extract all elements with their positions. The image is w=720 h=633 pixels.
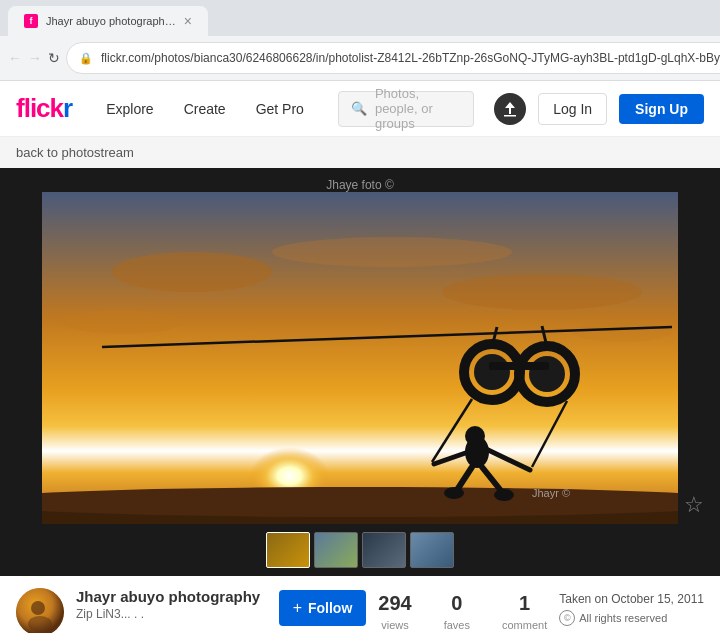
- search-placeholder: Photos, people, or groups: [375, 86, 461, 131]
- svg-rect-15: [489, 362, 549, 370]
- lock-icon: 🔒: [79, 52, 93, 65]
- copyright-icon: ©: [559, 610, 575, 626]
- filmstrip-thumb-2[interactable]: [314, 532, 358, 568]
- author-name[interactable]: Jhayr abuyo photography: [76, 588, 267, 605]
- taken-date: Taken on October 15, 2011: [559, 592, 704, 606]
- svg-point-4: [442, 274, 642, 310]
- upload-icon: [502, 101, 518, 117]
- filmstrip-thumb-1[interactable]: [266, 532, 310, 568]
- taken-info: Taken on October 15, 2011 © All rights r…: [559, 588, 704, 626]
- photo-container: Jhaye foto ©: [0, 168, 720, 576]
- active-tab[interactable]: f Jhayr abuyo photography | Flickr ×: [8, 6, 208, 36]
- upload-button[interactable]: [494, 93, 526, 125]
- views-value: 294: [378, 592, 411, 615]
- tab-close-button[interactable]: ×: [184, 13, 192, 29]
- main-photo: Jhayr ©: [42, 192, 678, 552]
- author-info: Jhayr abuyo photography Zip LiN3... . .: [76, 588, 267, 621]
- forward-button[interactable]: →: [28, 44, 42, 72]
- flickr-app: flickr Explore Create Get Pro 🔍 Photos, …: [0, 81, 720, 633]
- header-right: Log In Sign Up: [494, 93, 704, 125]
- svg-point-6: [62, 310, 182, 334]
- svg-point-14: [529, 356, 565, 392]
- back-to-photostream[interactable]: back to photostream: [0, 137, 720, 168]
- filmstrip-thumb-4[interactable]: [410, 532, 454, 568]
- svg-rect-0: [504, 115, 516, 117]
- stats-area: 294 views 0 faves 1 comment: [378, 588, 547, 633]
- signup-button[interactable]: Sign Up: [619, 94, 704, 124]
- author-sub: Zip LiN3... . .: [76, 607, 267, 621]
- svg-point-30: [31, 601, 45, 615]
- address-bar[interactable]: 🔒 flickr.com/photos/bianca30/6246806628/…: [66, 42, 720, 74]
- flickr-logo-r: r: [63, 93, 72, 123]
- filmstrip: [0, 524, 720, 576]
- svg-point-21: [465, 426, 485, 446]
- browser-toolbar: ← → ↻ 🔒 flickr.com/photos/bianca30/62468…: [0, 36, 720, 80]
- rights-info: © All rights reserved: [559, 610, 704, 626]
- comment-value: 1: [502, 592, 547, 615]
- nav-get-pro[interactable]: Get Pro: [242, 93, 318, 125]
- views-stat: 294 views: [378, 592, 411, 633]
- back-button[interactable]: ←: [8, 44, 22, 72]
- svg-point-9: [42, 487, 678, 517]
- svg-point-5: [272, 237, 512, 267]
- faves-value: 0: [444, 592, 470, 615]
- photo-svg: Jhayr ©: [42, 192, 678, 552]
- header-nav: Explore Create Get Pro: [92, 93, 318, 125]
- svg-point-27: [494, 489, 514, 501]
- svg-text:Jhayr ©: Jhayr ©: [532, 487, 570, 499]
- svg-point-3: [112, 252, 272, 292]
- svg-point-31: [28, 616, 52, 632]
- flickr-logo[interactable]: flickr: [16, 93, 72, 124]
- nav-create[interactable]: Create: [170, 93, 240, 125]
- comment-label: comment: [502, 619, 547, 631]
- follow-plus-icon: +: [293, 599, 302, 617]
- favorite-star-button[interactable]: ☆: [684, 492, 704, 518]
- search-bar[interactable]: 🔍 Photos, people, or groups: [338, 91, 474, 127]
- search-icon: 🔍: [351, 101, 367, 116]
- address-text: flickr.com/photos/bianca30/6246806628/in…: [101, 51, 720, 65]
- avatar-svg: [16, 588, 64, 633]
- tab-label: Jhayr abuyo photography | Flickr: [46, 15, 176, 27]
- reload-button[interactable]: ↻: [48, 44, 60, 72]
- views-label: views: [381, 619, 409, 631]
- comment-stat: 1 comment: [502, 592, 547, 633]
- flickr-header: flickr Explore Create Get Pro 🔍 Photos, …: [0, 81, 720, 137]
- tab-favicon: f: [24, 14, 38, 28]
- avatar-image: [16, 588, 64, 633]
- photo-info: Jhayr abuyo photography Zip LiN3... . . …: [0, 576, 720, 633]
- faves-label: faves: [444, 619, 470, 631]
- faves-stat: 0 faves: [444, 592, 470, 633]
- svg-point-7: [572, 322, 672, 342]
- watermark-top: Jhaye foto ©: [326, 178, 394, 192]
- svg-point-12: [474, 354, 510, 390]
- tab-bar: f Jhayr abuyo photography | Flickr ×: [0, 0, 720, 36]
- svg-point-26: [444, 487, 464, 499]
- rights-text: All rights reserved: [579, 612, 667, 624]
- browser-chrome: f Jhayr abuyo photography | Flickr × ← →…: [0, 0, 720, 81]
- follow-label: Follow: [308, 600, 352, 616]
- author-avatar[interactable]: [16, 588, 64, 633]
- nav-explore[interactable]: Explore: [92, 93, 167, 125]
- follow-button[interactable]: + Follow: [279, 590, 367, 626]
- login-button[interactable]: Log In: [538, 93, 607, 125]
- filmstrip-thumb-3[interactable]: [362, 532, 406, 568]
